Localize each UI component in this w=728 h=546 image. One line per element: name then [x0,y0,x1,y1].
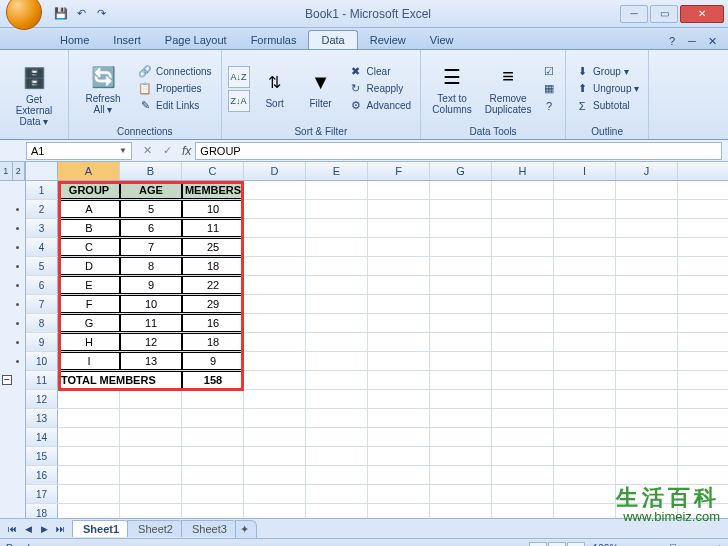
row-header[interactable]: 4 [26,238,58,256]
enter-edit-button[interactable]: ✓ [158,142,176,160]
sort-descending-button[interactable]: Z↓A [228,90,250,112]
cell[interactable]: G [58,314,120,332]
advanced-filter-button[interactable]: ⚙Advanced [346,98,414,114]
cell[interactable] [492,371,554,389]
cell[interactable]: 18 [182,257,244,275]
cell[interactable] [616,295,678,313]
cell[interactable] [430,238,492,256]
cell[interactable] [616,504,678,518]
col-header-e[interactable]: E [306,162,368,180]
cell[interactable] [492,238,554,256]
cell[interactable] [244,219,306,237]
col-header-h[interactable]: H [492,162,554,180]
minimize-ribbon-icon[interactable]: ─ [684,33,700,49]
cell[interactable]: 22 [182,276,244,294]
cell[interactable] [554,181,616,199]
row-header[interactable]: 7 [26,295,58,313]
cell[interactable] [430,371,492,389]
cell[interactable] [244,409,306,427]
cell[interactable] [554,295,616,313]
next-sheet-button[interactable]: ▶ [36,521,52,537]
cell[interactable] [554,371,616,389]
formula-bar[interactable]: GROUP [195,142,722,160]
cell[interactable]: TOTAL MEMBERS [58,371,182,389]
consolidate-button[interactable]: ▦ [539,81,559,97]
chevron-down-icon[interactable]: ▼ [119,146,127,155]
cell[interactable]: 9 [182,352,244,370]
cell[interactable] [368,504,430,518]
cell[interactable] [244,314,306,332]
cell[interactable] [616,219,678,237]
cell[interactable] [368,466,430,484]
cell[interactable] [616,257,678,275]
reapply-button[interactable]: ↻Reapply [346,81,414,97]
row-header[interactable]: 12 [26,390,58,408]
cell[interactable] [368,333,430,351]
cell[interactable] [58,466,120,484]
cell[interactable] [306,276,368,294]
col-header-d[interactable]: D [244,162,306,180]
cell[interactable] [58,447,120,465]
cell[interactable] [368,409,430,427]
cell[interactable] [430,295,492,313]
cell[interactable] [430,447,492,465]
cell[interactable]: AGE [120,181,182,199]
cell[interactable] [616,485,678,503]
tab-data[interactable]: Data [308,30,357,49]
cell[interactable] [554,238,616,256]
cell[interactable] [616,314,678,332]
cell[interactable] [554,352,616,370]
tab-view[interactable]: View [418,31,466,49]
name-box[interactable]: A1 ▼ [26,142,132,160]
cell[interactable] [430,504,492,518]
cell[interactable] [368,219,430,237]
tab-home[interactable]: Home [48,31,101,49]
cell[interactable] [616,409,678,427]
cell[interactable] [430,181,492,199]
cell[interactable] [244,371,306,389]
cell[interactable] [182,504,244,518]
cell[interactable] [244,485,306,503]
connections-button[interactable]: 🔗Connections [135,64,215,80]
col-header-g[interactable]: G [430,162,492,180]
cell[interactable] [244,276,306,294]
last-sheet-button[interactable]: ⏭ [52,521,68,537]
cell[interactable]: 10 [120,295,182,313]
cell[interactable]: 6 [120,219,182,237]
office-button[interactable] [6,0,42,30]
page-break-view-button[interactable] [567,542,585,547]
cell[interactable] [492,314,554,332]
col-header-a[interactable]: A [58,162,120,180]
cell[interactable] [492,295,554,313]
cell[interactable] [492,219,554,237]
cell[interactable] [368,238,430,256]
cell[interactable]: 29 [182,295,244,313]
cell[interactable] [182,390,244,408]
cell[interactable] [430,352,492,370]
row-header[interactable]: 8 [26,314,58,332]
col-header-i[interactable]: I [554,162,616,180]
row-header[interactable]: 13 [26,409,58,427]
cell[interactable] [554,219,616,237]
cell[interactable]: 9 [120,276,182,294]
cell[interactable] [244,390,306,408]
row-header[interactable]: 11 [26,371,58,389]
cell[interactable] [616,181,678,199]
normal-view-button[interactable] [529,542,547,547]
cell[interactable] [368,314,430,332]
cell[interactable] [182,466,244,484]
cell[interactable] [306,352,368,370]
cell[interactable] [430,390,492,408]
cell[interactable] [58,504,120,518]
cell[interactable]: I [58,352,120,370]
cell[interactable] [306,428,368,446]
cell[interactable]: 11 [182,219,244,237]
cell[interactable] [492,447,554,465]
cell[interactable] [244,352,306,370]
cell[interactable] [492,352,554,370]
cell[interactable] [368,200,430,218]
select-all-corner[interactable] [26,162,58,180]
cell[interactable] [430,485,492,503]
cell[interactable]: 12 [120,333,182,351]
refresh-all-button[interactable]: 🔄 Refresh All ▾ [75,56,131,122]
